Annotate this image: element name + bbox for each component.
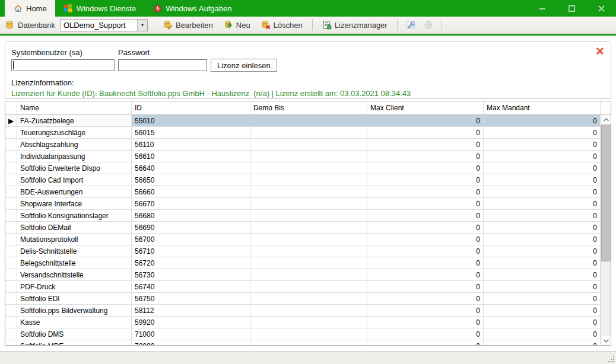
cell-name[interactable]: Softfolio DMS (17, 328, 132, 340)
cell-demo-bis[interactable] (250, 340, 367, 346)
cell-demo-bis[interactable] (250, 162, 367, 174)
column-header-demo-bis[interactable]: Demo Bis (250, 101, 367, 114)
bearbeiten-button[interactable]: Bearbeiten (160, 18, 217, 31)
cell-demo-bis[interactable] (250, 115, 367, 126)
lizenzmanager-button[interactable]: Lizenzmanager (319, 18, 391, 31)
row-selector-cell[interactable] (5, 139, 17, 150)
cell-name[interactable]: Versandschnittstelle (17, 269, 132, 280)
cell-name[interactable]: Softfolio Konsignationslager (17, 210, 132, 221)
cell-max-mandant[interactable]: 0 (484, 257, 601, 269)
table-row[interactable]: Softfolio EDI5675000 (5, 293, 611, 305)
resize-grip-icon[interactable] (608, 356, 615, 363)
cell-name[interactable]: Softfolio MDE (17, 340, 132, 346)
row-selector-cell[interactable] (5, 305, 17, 316)
cell-demo-bis[interactable] (250, 245, 367, 257)
cell-demo-bis[interactable] (250, 139, 367, 150)
table-row[interactable]: Kasse5992000 (5, 317, 611, 328)
cell-id[interactable]: 56610 (132, 151, 250, 162)
cell-name[interactable]: Abschlagszahlung (17, 139, 132, 150)
row-selector-cell[interactable] (5, 293, 17, 304)
chevron-down-icon[interactable]: ▾ (137, 20, 147, 31)
cell-id[interactable]: 56680 (132, 210, 250, 221)
scroll-up-button[interactable] (601, 115, 611, 124)
cell-max-client[interactable]: 0 (367, 317, 484, 328)
cell-name[interactable]: Kasse (17, 317, 132, 328)
cell-name[interactable]: Softfolio Cad Import (17, 174, 132, 186)
cell-id[interactable]: 56690 (132, 222, 250, 233)
loeschen-button[interactable]: Löschen (258, 18, 306, 31)
cell-max-client[interactable]: 0 (367, 245, 484, 257)
cell-id[interactable]: 56720 (132, 257, 250, 269)
cell-max-mandant[interactable]: 0 (484, 127, 601, 138)
cell-id[interactable]: 71000 (132, 328, 250, 340)
cell-max-client[interactable]: 0 (367, 174, 484, 186)
minimize-button[interactable] (527, 0, 557, 17)
cell-demo-bis[interactable] (250, 317, 367, 328)
cell-max-client[interactable]: 0 (367, 127, 484, 138)
row-selector-cell[interactable] (5, 257, 17, 269)
cell-max-client[interactable]: 0 (367, 115, 484, 126)
cell-max-mandant[interactable]: 0 (484, 317, 601, 328)
row-selector-cell[interactable] (5, 269, 17, 280)
cell-demo-bis[interactable] (250, 328, 367, 340)
close-button[interactable] (586, 0, 616, 17)
cell-max-mandant[interactable]: 0 (484, 245, 601, 257)
column-header-id[interactable]: ID (132, 101, 250, 114)
row-selector-cell[interactable] (5, 317, 17, 328)
cell-max-client[interactable]: 0 (367, 186, 484, 197)
column-header-max-client[interactable]: Max Client (367, 101, 484, 114)
cell-demo-bis[interactable] (250, 174, 367, 186)
neu-button[interactable]: Neu (220, 18, 254, 31)
passwort-input[interactable] (118, 59, 207, 71)
cell-id[interactable]: 56110 (132, 139, 250, 150)
table-row[interactable]: Mutationsprotokoll5670000 (5, 234, 611, 245)
row-selector-cell[interactable] (5, 162, 17, 174)
table-row[interactable]: Abschlagszahlung5611000 (5, 139, 611, 151)
row-selector-cell[interactable] (5, 174, 17, 186)
cell-max-client[interactable]: 0 (367, 293, 484, 304)
row-selector-cell[interactable] (5, 210, 17, 221)
cell-max-mandant[interactable]: 0 (484, 162, 601, 174)
cell-max-client[interactable]: 0 (367, 340, 484, 346)
table-row[interactable]: Versandschnittstelle5673000 (5, 269, 611, 281)
cell-demo-bis[interactable] (250, 186, 367, 197)
cell-max-client[interactable]: 0 (367, 257, 484, 269)
globe-button[interactable] (421, 18, 436, 31)
table-row[interactable]: Shopware Interface5667000 (5, 198, 611, 210)
cell-id[interactable]: 56750 (132, 293, 250, 304)
cell-max-client[interactable]: 0 (367, 234, 484, 245)
cell-max-client[interactable]: 0 (367, 305, 484, 316)
cell-max-mandant[interactable]: 0 (484, 186, 601, 197)
cell-demo-bis[interactable] (250, 222, 367, 233)
maximize-button[interactable] (557, 0, 586, 17)
cell-name[interactable]: Softfolio Erweiterte Dispo (17, 162, 132, 174)
cell-max-client[interactable]: 0 (367, 210, 484, 221)
table-row[interactable]: Softfolio MDE7200000 (5, 340, 611, 346)
table-row[interactable]: Softfolio DMS7100000 (5, 328, 611, 340)
cell-name[interactable]: PDF-Druck (17, 281, 132, 292)
column-header-max-mandant[interactable]: Max Mandant (484, 101, 601, 114)
table-row[interactable]: Softfolio Cad Import5665000 (5, 174, 611, 186)
table-row[interactable]: Softfolio Konsignationslager5668000 (5, 210, 611, 222)
scroll-down-button[interactable] (601, 336, 611, 346)
scrollbar-thumb[interactable] (601, 124, 611, 261)
cell-max-mandant[interactable]: 0 (484, 210, 601, 221)
cell-max-client[interactable]: 0 (367, 151, 484, 162)
table-row[interactable]: PDF-Druck5674000 (5, 281, 611, 293)
cell-max-mandant[interactable]: 0 (484, 198, 601, 209)
cell-max-client[interactable]: 0 (367, 162, 484, 174)
cell-max-mandant[interactable]: 0 (484, 328, 601, 340)
cell-demo-bis[interactable] (250, 293, 367, 304)
panel-close-button[interactable]: ✕ (595, 46, 605, 58)
cell-demo-bis[interactable] (250, 151, 367, 162)
cell-demo-bis[interactable] (250, 269, 367, 280)
cell-max-mandant[interactable]: 0 (484, 281, 601, 292)
cell-demo-bis[interactable] (250, 234, 367, 245)
cell-name[interactable]: Teuerungszuschläge (17, 127, 132, 138)
cell-id[interactable]: 56650 (132, 174, 250, 186)
row-selector-cell[interactable] (5, 222, 17, 233)
cell-demo-bis[interactable] (250, 210, 367, 221)
row-selector-cell[interactable] (5, 245, 17, 257)
cell-max-mandant[interactable]: 0 (484, 115, 601, 126)
cell-name[interactable]: FA-Zusatzbelege (17, 115, 132, 126)
